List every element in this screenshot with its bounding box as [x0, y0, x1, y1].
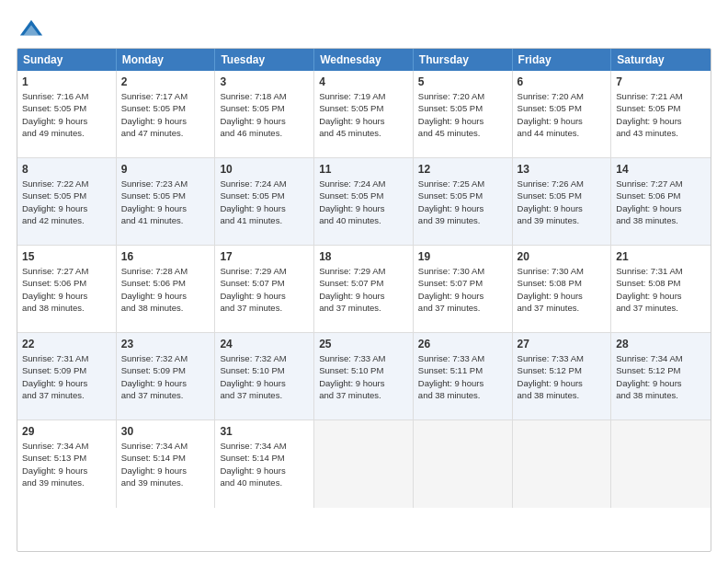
col-header-thursday: Thursday: [414, 49, 513, 71]
day-cell-16: 16Sunrise: 7:28 AM Sunset: 5:06 PM Dayli…: [117, 246, 216, 332]
calendar-row-1: 1Sunrise: 7:16 AM Sunset: 5:05 PM Daylig…: [17, 71, 711, 158]
day-cell-15: 15Sunrise: 7:27 AM Sunset: 5:06 PM Dayli…: [17, 246, 117, 332]
logo: [17, 17, 44, 39]
calendar: SundayMondayTuesdayWednesdayThursdayFrid…: [17, 48, 711, 552]
day-cell-3: 3Sunrise: 7:18 AM Sunset: 5:05 PM Daylig…: [215, 71, 314, 157]
day-number: 24: [220, 337, 309, 351]
day-number: 23: [121, 337, 210, 351]
day-cell-21: 21Sunrise: 7:31 AM Sunset: 5:08 PM Dayli…: [611, 246, 711, 332]
calendar-row-5: 29Sunrise: 7:34 AM Sunset: 5:13 PM Dayli…: [17, 420, 711, 508]
cell-info: Sunrise: 7:29 AM Sunset: 5:07 PM Dayligh…: [220, 265, 309, 314]
cell-info: Sunrise: 7:27 AM Sunset: 5:06 PM Dayligh…: [22, 265, 111, 314]
empty-cell: [611, 420, 711, 508]
day-number: 2: [121, 75, 210, 89]
day-cell-20: 20Sunrise: 7:30 AM Sunset: 5:08 PM Dayli…: [513, 246, 612, 332]
cell-info: Sunrise: 7:17 AM Sunset: 5:05 PM Dayligh…: [121, 90, 210, 139]
day-number: 21: [616, 249, 706, 264]
day-number: 9: [121, 162, 210, 177]
day-number: 12: [418, 162, 507, 177]
day-number: 30: [121, 424, 210, 439]
cell-info: Sunrise: 7:33 AM Sunset: 5:12 PM Dayligh…: [518, 352, 607, 401]
day-cell-11: 11Sunrise: 7:24 AM Sunset: 5:05 PM Dayli…: [314, 158, 414, 245]
cell-info: Sunrise: 7:34 AM Sunset: 5:14 PM Dayligh…: [220, 440, 309, 488]
day-cell-12: 12Sunrise: 7:25 AM Sunset: 5:05 PM Dayli…: [414, 158, 513, 245]
day-cell-1: 1Sunrise: 7:16 AM Sunset: 5:05 PM Daylig…: [17, 71, 117, 157]
cell-info: Sunrise: 7:27 AM Sunset: 5:06 PM Dayligh…: [616, 178, 706, 226]
day-cell-5: 5Sunrise: 7:20 AM Sunset: 5:05 PM Daylig…: [414, 71, 513, 157]
col-header-monday: Monday: [117, 49, 216, 71]
col-header-saturday: Saturday: [611, 49, 711, 71]
day-number: 7: [616, 75, 706, 89]
day-cell-30: 30Sunrise: 7:34 AM Sunset: 5:14 PM Dayli…: [117, 420, 216, 508]
cell-info: Sunrise: 7:22 AM Sunset: 5:05 PM Dayligh…: [22, 178, 111, 226]
day-number: 29: [22, 424, 111, 439]
cell-info: Sunrise: 7:26 AM Sunset: 5:05 PM Dayligh…: [518, 178, 607, 226]
day-cell-19: 19Sunrise: 7:30 AM Sunset: 5:07 PM Dayli…: [414, 246, 513, 332]
day-number: 5: [418, 75, 507, 89]
day-cell-17: 17Sunrise: 7:29 AM Sunset: 5:07 PM Dayli…: [215, 246, 314, 332]
day-cell-26: 26Sunrise: 7:33 AM Sunset: 5:11 PM Dayli…: [414, 333, 513, 419]
cell-info: Sunrise: 7:31 AM Sunset: 5:09 PM Dayligh…: [22, 352, 111, 401]
day-number: 13: [518, 162, 607, 177]
day-number: 15: [22, 249, 111, 264]
day-number: 4: [319, 75, 408, 89]
cell-info: Sunrise: 7:29 AM Sunset: 5:07 PM Dayligh…: [319, 265, 408, 314]
day-number: 27: [518, 337, 607, 351]
col-header-tuesday: Tuesday: [215, 49, 314, 71]
col-header-sunday: Sunday: [17, 49, 117, 71]
day-number: 31: [220, 424, 309, 439]
day-cell-9: 9Sunrise: 7:23 AM Sunset: 5:05 PM Daylig…: [117, 158, 216, 245]
day-cell-14: 14Sunrise: 7:27 AM Sunset: 5:06 PM Dayli…: [611, 158, 711, 245]
day-number: 1: [22, 75, 111, 89]
day-cell-27: 27Sunrise: 7:33 AM Sunset: 5:12 PM Dayli…: [513, 333, 612, 419]
calendar-row-4: 22Sunrise: 7:31 AM Sunset: 5:09 PM Dayli…: [17, 333, 711, 420]
cell-info: Sunrise: 7:16 AM Sunset: 5:05 PM Dayligh…: [22, 90, 111, 139]
logo-text: [17, 17, 44, 42]
empty-cell: [513, 420, 612, 508]
day-cell-22: 22Sunrise: 7:31 AM Sunset: 5:09 PM Dayli…: [17, 333, 117, 419]
cell-info: Sunrise: 7:24 AM Sunset: 5:05 PM Dayligh…: [220, 178, 309, 226]
calendar-header: SundayMondayTuesdayWednesdayThursdayFrid…: [17, 49, 711, 71]
day-number: 18: [319, 249, 408, 264]
day-number: 25: [319, 337, 408, 351]
day-number: 20: [518, 249, 607, 264]
logo-icon: [18, 17, 44, 42]
day-number: 22: [22, 337, 111, 351]
col-header-wednesday: Wednesday: [314, 49, 414, 71]
cell-info: Sunrise: 7:28 AM Sunset: 5:06 PM Dayligh…: [121, 265, 210, 314]
day-number: 8: [22, 162, 111, 177]
cell-info: Sunrise: 7:19 AM Sunset: 5:05 PM Dayligh…: [319, 90, 408, 139]
day-cell-6: 6Sunrise: 7:20 AM Sunset: 5:05 PM Daylig…: [513, 71, 612, 157]
day-number: 3: [220, 75, 309, 89]
col-header-friday: Friday: [513, 49, 612, 71]
cell-info: Sunrise: 7:21 AM Sunset: 5:05 PM Dayligh…: [616, 90, 706, 139]
day-cell-23: 23Sunrise: 7:32 AM Sunset: 5:09 PM Dayli…: [117, 333, 216, 419]
cell-info: Sunrise: 7:34 AM Sunset: 5:12 PM Dayligh…: [616, 352, 706, 401]
day-cell-24: 24Sunrise: 7:32 AM Sunset: 5:10 PM Dayli…: [215, 333, 314, 419]
empty-cell: [414, 420, 513, 508]
day-number: 10: [220, 162, 309, 177]
day-cell-25: 25Sunrise: 7:33 AM Sunset: 5:10 PM Dayli…: [314, 333, 414, 419]
calendar-row-3: 15Sunrise: 7:27 AM Sunset: 5:06 PM Dayli…: [17, 246, 711, 333]
cell-info: Sunrise: 7:32 AM Sunset: 5:09 PM Dayligh…: [121, 352, 210, 401]
cell-info: Sunrise: 7:18 AM Sunset: 5:05 PM Dayligh…: [220, 90, 309, 139]
day-cell-18: 18Sunrise: 7:29 AM Sunset: 5:07 PM Dayli…: [314, 246, 414, 332]
cell-info: Sunrise: 7:25 AM Sunset: 5:05 PM Dayligh…: [418, 178, 507, 226]
header: [17, 17, 711, 39]
page: SundayMondayTuesdayWednesdayThursdayFrid…: [0, 0, 728, 563]
day-cell-2: 2Sunrise: 7:17 AM Sunset: 5:05 PM Daylig…: [117, 71, 216, 157]
day-number: 16: [121, 249, 210, 264]
day-number: 17: [220, 249, 309, 264]
cell-info: Sunrise: 7:23 AM Sunset: 5:05 PM Dayligh…: [121, 178, 210, 226]
cell-info: Sunrise: 7:34 AM Sunset: 5:14 PM Dayligh…: [121, 440, 210, 488]
day-number: 26: [418, 337, 507, 351]
cell-info: Sunrise: 7:30 AM Sunset: 5:08 PM Dayligh…: [518, 265, 607, 314]
day-number: 14: [616, 162, 706, 177]
day-cell-7: 7Sunrise: 7:21 AM Sunset: 5:05 PM Daylig…: [611, 71, 711, 157]
empty-cell: [314, 420, 414, 508]
cell-info: Sunrise: 7:31 AM Sunset: 5:08 PM Dayligh…: [616, 265, 706, 314]
day-cell-8: 8Sunrise: 7:22 AM Sunset: 5:05 PM Daylig…: [17, 158, 117, 245]
calendar-body: 1Sunrise: 7:16 AM Sunset: 5:05 PM Daylig…: [17, 71, 711, 508]
cell-info: Sunrise: 7:33 AM Sunset: 5:10 PM Dayligh…: [319, 352, 408, 401]
calendar-row-2: 8Sunrise: 7:22 AM Sunset: 5:05 PM Daylig…: [17, 158, 711, 246]
